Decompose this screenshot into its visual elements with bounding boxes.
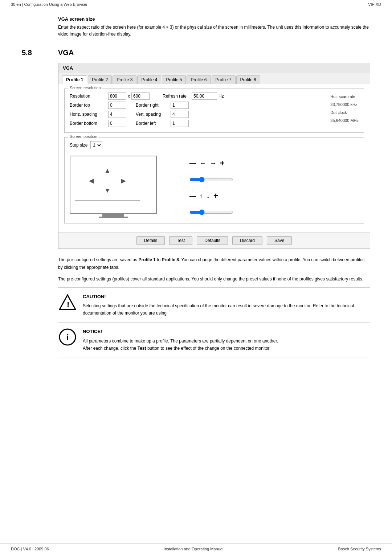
screen-arrows: ▲ ◀ ▶ ▼ (89, 167, 126, 194)
tab-profile-8[interactable]: Profile 8 (236, 75, 260, 84)
refresh-unit: Hz (219, 94, 224, 99)
res-right-info: Hor. scan rate 33,750000 kHz Dot clock 3… (330, 93, 359, 129)
controls-area: ▲ ◀ ▶ ▼ (70, 153, 359, 219)
border-left-label: Border left (136, 121, 168, 126)
notice-content: NOTICE! All parameters combine to make u… (83, 328, 370, 352)
footer-right: Bosch Security Systems (338, 547, 381, 551)
h-left-arrow-icon: ← (200, 160, 206, 167)
h-minus-icon: — (189, 160, 196, 167)
notice-text2: After each change, click the Test button… (83, 345, 370, 352)
dot-clock-label: Dot clock (330, 108, 359, 116)
caution-title: CAUTION! (83, 293, 370, 301)
dot-clock-value: 35,640000 MHz (330, 116, 359, 124)
vga-screen-size-title: VGA screen size (58, 16, 370, 22)
up-arrow-btn[interactable]: ▲ (104, 167, 111, 175)
defaults-button[interactable]: Defaults (197, 236, 228, 245)
warning-triangle-icon: ! (59, 294, 76, 311)
tab-profile-3[interactable]: Profile 3 (113, 75, 136, 84)
hor-scan-rate: Hor. scan rate (330, 93, 359, 100)
h-plus-button[interactable]: + (220, 159, 225, 168)
right-arrow-btn[interactable]: ▶ (121, 177, 126, 185)
tab-profile-2[interactable]: Profile 2 (88, 75, 112, 84)
caution-icon: ! (58, 293, 77, 312)
discard-button[interactable]: Discard (232, 236, 262, 245)
save-button[interactable]: Save (267, 236, 292, 245)
footer-left: DOC | V4.0 | 2009.06 (11, 547, 49, 551)
v-minus-icon: — (189, 192, 196, 200)
horiz-spacing-input[interactable] (108, 111, 126, 118)
page-footer: DOC | V4.0 | 2009.06 Installation and Op… (0, 543, 392, 554)
res-left: Resolution x Refresh rate (70, 93, 323, 129)
action-buttons: Details Test Defaults Discard Save (58, 232, 370, 249)
refresh-value-input[interactable] (192, 93, 217, 100)
tab-profile-1[interactable]: Profile 1 (62, 75, 87, 84)
v-down-arrow-icon: ↓ (207, 192, 210, 200)
step-size-label: Step size (70, 143, 87, 148)
vert-spacing-input[interactable] (171, 111, 189, 118)
border-bottom-row: Border bottom Border left (70, 120, 323, 127)
paragraph-1: The pre-configured settings are saved as… (58, 256, 370, 271)
tab-profile-6[interactable]: Profile 6 (187, 75, 211, 84)
tab-profile-5[interactable]: Profile 5 (162, 75, 186, 84)
v-plus-button[interactable]: + (213, 191, 218, 201)
h-right-arrow-icon: → (210, 160, 216, 167)
vga-screen-size-text: Enter the aspect ratio of the screen her… (58, 24, 370, 38)
horiz-spacing-label: Horiz. spacing (70, 112, 106, 117)
tab-profile-7[interactable]: Profile 7 (212, 75, 236, 84)
horiz-spacing-row: Horiz. spacing Vert. spacing (70, 111, 323, 118)
border-bottom-label: Border bottom (70, 121, 106, 126)
resolution-x: x (128, 94, 130, 99)
border-top-input[interactable] (108, 102, 126, 109)
monitor-base (99, 217, 128, 218)
svg-text:i: i (66, 333, 69, 342)
caution-content: CAUTION! Selecting settings that are out… (83, 293, 370, 317)
notice-text1: All parameters combine to make up a prof… (83, 337, 370, 345)
horiz-slider-row (189, 177, 233, 182)
test-button[interactable]: Test (169, 236, 192, 245)
vert-slider[interactable] (189, 209, 233, 215)
paragraph-2: The pre-configured settings (profiles) c… (58, 275, 370, 283)
res-layout: Resolution x Refresh rate (70, 93, 359, 129)
v-up-arrow-icon: ↑ (200, 192, 203, 200)
left-arrow-btn[interactable]: ◀ (89, 177, 94, 185)
section-58: 5.8 VGA VGA Profile 1 Profile 2 Profile … (22, 49, 370, 357)
horiz-slider[interactable] (189, 177, 233, 182)
vert-spacing-label: Vert. spacing (136, 112, 168, 117)
screen-resolution-group: Screen resolution Resolution x (64, 89, 364, 133)
border-top-row: Border top Border right (70, 102, 323, 109)
border-left-input[interactable] (171, 120, 189, 127)
vga-screen-size-section: VGA screen size Enter the aspect ratio o… (22, 16, 370, 38)
caution-box: ! CAUTION! Selecting settings that are o… (58, 287, 370, 323)
resolution-legend: Screen resolution (68, 86, 102, 90)
h-arrow-row: ◀ ▶ (89, 177, 126, 185)
caution-text: Selecting settings that are outside the … (83, 302, 370, 317)
border-right-label: Border right (136, 103, 168, 108)
section-number: 5.8 (22, 49, 44, 357)
vert-control-row: — ↑ ↓ + (189, 191, 233, 201)
details-button[interactable]: Details (136, 236, 165, 245)
page-header: 30 en | Configuration Using a Web Browse… (0, 0, 392, 9)
border-right-input[interactable] (171, 102, 189, 109)
down-arrow-btn[interactable]: ▼ (104, 187, 111, 194)
resolution-label: Resolution (70, 94, 106, 99)
profile-tabs: Profile 1 Profile 2 Profile 3 Profile 4 … (58, 73, 370, 84)
svg-text:!: ! (67, 300, 69, 309)
tab-profile-4[interactable]: Profile 4 (137, 75, 161, 84)
resolution-height-input[interactable] (131, 93, 150, 100)
refresh-label: Refresh rate (163, 94, 187, 99)
footer-center: Installation and Operating Manual (164, 547, 224, 551)
notice-box: i NOTICE! All parameters combine to make… (58, 322, 370, 357)
hor-scan-value: 33,750000 kHz (330, 100, 359, 108)
step-size-select[interactable]: 1 2 4 8 (90, 141, 102, 149)
notice-title: NOTICE! (83, 328, 370, 336)
monitor-container: ▲ ◀ ▶ ▼ (70, 156, 157, 218)
header-left: 30 en | Configuration Using a Web Browse… (11, 2, 87, 7)
resolution-width-input[interactable] (108, 93, 126, 100)
monitor-stand (102, 214, 124, 217)
header-right: VIP XD (368, 2, 381, 7)
horiz-control-row: — ← → + (189, 159, 233, 168)
border-bottom-input[interactable] (108, 120, 126, 127)
vga-widget: VGA Profile 1 Profile 2 Profile 3 Profil… (58, 63, 370, 249)
position-legend: Screen position (68, 134, 99, 139)
resolution-input-group: x (108, 93, 150, 100)
